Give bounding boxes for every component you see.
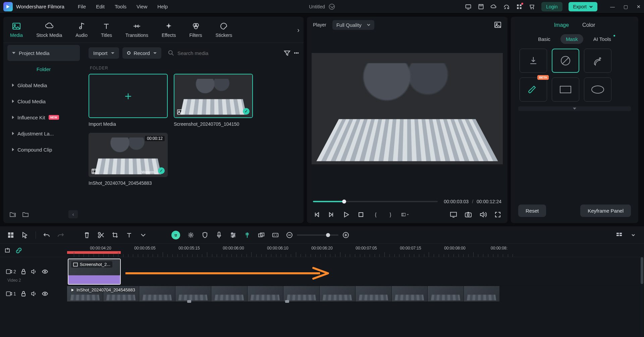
ratio-button[interactable] <box>401 211 409 218</box>
cloud-icon[interactable] <box>490 3 497 10</box>
mask-pen[interactable] <box>584 49 611 73</box>
apps-icon[interactable] <box>516 3 523 10</box>
media-item-screenshot[interactable]: ✓ <box>174 74 253 118</box>
import-media-tile[interactable]: ＋ <box>89 74 168 118</box>
rp-tab-color[interactable]: Color <box>582 22 595 28</box>
stop-button[interactable] <box>357 211 365 218</box>
display-button[interactable] <box>450 211 457 218</box>
track-head-video2[interactable]: 2 Video 2 <box>0 257 67 286</box>
scroll-thumb[interactable] <box>641 257 643 284</box>
screen-icon[interactable] <box>465 3 472 10</box>
fullscreen-button[interactable] <box>494 211 501 218</box>
quality-select[interactable]: Full Quality <box>332 20 374 30</box>
crop-button[interactable] <box>112 232 118 238</box>
mask-ellipse[interactable] <box>584 77 611 102</box>
tab-effects[interactable]: Effects <box>162 22 176 38</box>
caption-button[interactable] <box>272 232 279 238</box>
play-button[interactable] <box>342 211 350 218</box>
eye-icon[interactable] <box>42 291 48 296</box>
timeline-ruler[interactable]: 00:00:04:20 00:00:05:05 00:00:05:15 00:0… <box>67 244 644 257</box>
preview-viewport[interactable] <box>312 53 503 164</box>
filter-icon[interactable] <box>284 50 290 56</box>
rp-sub-basic[interactable]: Basic <box>533 34 556 44</box>
tab-stickers[interactable]: Stickers <box>216 22 232 38</box>
menu-edit[interactable]: Edit <box>96 4 105 9</box>
lock-icon[interactable] <box>21 269 26 275</box>
next-frame-button[interactable] <box>328 211 335 218</box>
track-video1[interactable]: InShot_20240704_204545883 <box>67 286 644 301</box>
prev-frame-button[interactable] <box>313 211 320 218</box>
folder-icon[interactable] <box>22 211 29 217</box>
add-track-button[interactable] <box>5 247 11 254</box>
media-item-inshot[interactable]: 00:00:12 ✓ Waterm... <box>89 133 168 177</box>
login-button[interactable]: Login <box>541 2 562 11</box>
ai-button[interactable] <box>171 231 180 239</box>
mic-button[interactable] <box>216 232 222 238</box>
cart-icon[interactable] <box>529 3 535 10</box>
mark-in-button[interactable]: { <box>372 211 379 218</box>
eye-icon[interactable] <box>42 269 48 274</box>
split-button[interactable] <box>98 232 104 238</box>
maximize-button[interactable]: ▢ <box>624 4 628 9</box>
sidebar-item-project-media[interactable]: Project Media <box>7 45 80 61</box>
menu-help[interactable]: Help <box>157 4 168 9</box>
cursor-icon[interactable] <box>21 232 28 238</box>
undo-button[interactable] <box>43 232 50 238</box>
more-tools-button[interactable] <box>140 232 147 238</box>
audio-mix-button[interactable] <box>230 232 236 238</box>
text-button[interactable] <box>126 232 132 238</box>
mask-expand-button[interactable] <box>518 106 631 111</box>
shield-button[interactable] <box>202 232 208 238</box>
sidebar-item-adjustment-layer[interactable]: Adjustment La... <box>7 125 80 142</box>
zoom-slider[interactable] <box>297 234 338 236</box>
history-icon[interactable] <box>329 4 335 10</box>
marker-button[interactable] <box>244 232 251 238</box>
link-button[interactable] <box>15 247 22 254</box>
headphones-icon[interactable] <box>503 3 510 10</box>
tabs-next-button[interactable]: › <box>297 26 300 34</box>
camera-button[interactable] <box>465 211 472 218</box>
mark-out-button[interactable]: } <box>387 211 394 218</box>
export-button[interactable]: Export <box>569 2 597 11</box>
mute-icon[interactable] <box>31 269 37 274</box>
reset-button[interactable]: Reset <box>518 205 546 217</box>
zoom-knob[interactable] <box>326 233 330 237</box>
delete-button[interactable] <box>84 232 90 238</box>
search-input[interactable] <box>177 50 231 56</box>
redo-button[interactable] <box>57 232 64 238</box>
clip-screenshot[interactable]: Screenshot_2... <box>68 259 121 285</box>
save-icon[interactable] <box>478 3 484 10</box>
view-mode-button[interactable] <box>616 232 623 238</box>
mask-import[interactable] <box>520 49 547 73</box>
zoom-in-button[interactable] <box>342 232 349 238</box>
sidebar-item-compound-clip[interactable]: Compound Clip <box>7 142 80 158</box>
record-button[interactable]: Record <box>122 47 161 59</box>
tab-stock-media[interactable]: Stock Media <box>36 22 62 38</box>
track-video2[interactable]: Screenshot_2... <box>67 257 644 286</box>
import-button[interactable]: Import <box>89 47 119 59</box>
rp-tab-image[interactable]: Image <box>554 22 569 28</box>
tab-transitions[interactable]: Transitions <box>125 22 148 38</box>
sidebar-item-folder[interactable]: Folder <box>7 61 80 77</box>
minimize-button[interactable]: ― <box>610 4 615 9</box>
rp-sub-mask[interactable]: Mask <box>560 34 583 44</box>
view-mode-menu[interactable] <box>630 232 637 238</box>
close-button[interactable]: ✕ <box>637 4 641 9</box>
tab-titles[interactable]: Titles <box>101 22 112 38</box>
zoom-out-button[interactable] <box>286 232 293 238</box>
lock-icon[interactable] <box>21 291 26 297</box>
sidebar-item-global-media[interactable]: Global Media <box>7 77 80 93</box>
tab-media[interactable]: Media <box>10 22 23 38</box>
track-head-video1[interactable]: 1 <box>0 286 67 301</box>
clip-handle[interactable] <box>285 300 289 303</box>
tab-audio[interactable]: Audio <box>75 22 88 38</box>
tab-filters[interactable]: Filters <box>189 22 202 38</box>
collapse-sidebar-button[interactable]: ‹ <box>68 210 78 218</box>
group-button[interactable] <box>258 232 265 238</box>
sidebar-item-cloud-media[interactable]: Cloud Media <box>7 93 80 109</box>
clip-inshot[interactable]: InShot_20240704_204545883 <box>67 286 500 301</box>
timeline-scrollbar[interactable] <box>641 257 643 337</box>
more-icon[interactable]: ••• <box>294 50 299 56</box>
layout-icon[interactable] <box>7 232 14 238</box>
mask-rect[interactable] <box>552 77 579 102</box>
